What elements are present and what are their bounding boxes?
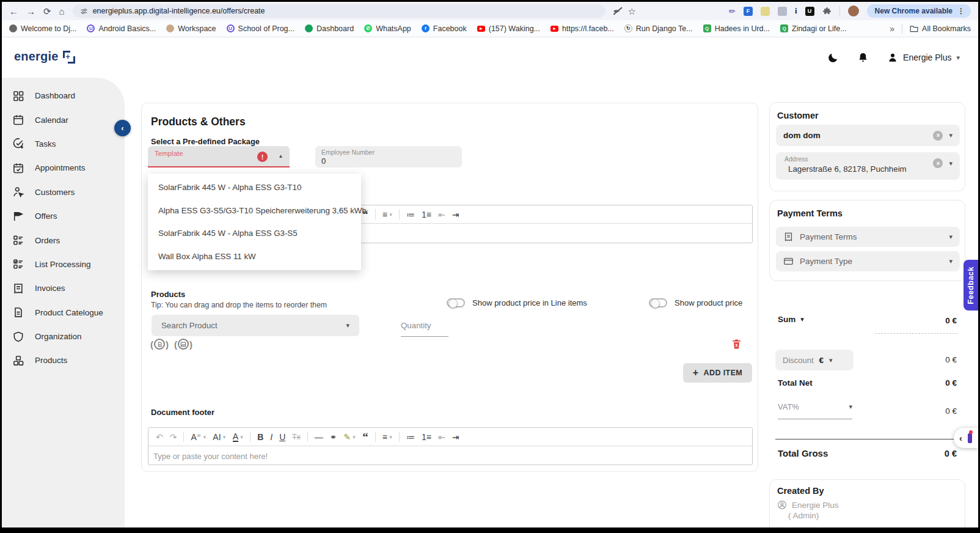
chevron-down-icon[interactable]: ▾	[949, 160, 953, 167]
chevron-down-icon[interactable]: ▾	[829, 356, 833, 364]
url-bar[interactable]: energieplus.app.digital-intelligence.eu/…	[73, 4, 605, 18]
puzzle-extensions-icon[interactable]	[822, 7, 832, 16]
clear-customer-icon[interactable]: ×	[933, 131, 943, 141]
sidebar-item-customers[interactable]: Customers	[2, 180, 125, 204]
bookmark-item[interactable]: Welcome to Dj...	[9, 24, 76, 33]
payment-type-select[interactable]: Payment Type ▾	[776, 251, 960, 271]
customer-select[interactable]: dom dom × ▾	[776, 125, 960, 146]
bookmark-star-icon[interactable]: ☆	[628, 7, 636, 16]
i-extension-icon[interactable]: i	[795, 6, 797, 16]
numbered-list-icon[interactable]: 1≡	[422, 210, 431, 219]
quantity-field[interactable]: Quantity	[401, 318, 448, 337]
redo-icon[interactable]: ↷	[170, 433, 177, 441]
notes-extension-icon[interactable]	[761, 7, 770, 16]
document-footer-editor[interactable]: ↶ ↷ A⁼∨ AI∨ A∨ B I U Tx — ⚭ ✎∨ “ ≡∨ ≔	[148, 427, 753, 465]
package-option[interactable]: SolarFabrik 445 W - Alpha ESS G3-S5	[148, 222, 361, 245]
chevron-down-icon[interactable]: ▾	[949, 131, 953, 139]
chevron-down-icon[interactable]: ▾	[949, 233, 953, 241]
sidebar-item-appointments[interactable]: Appointments	[2, 156, 125, 180]
chevron-down-icon[interactable]: ▾	[800, 315, 804, 323]
app-logo[interactable]: energie +	[14, 50, 75, 64]
search-product-select[interactable]: Search Product ▾	[152, 315, 359, 336]
bookmark-item[interactable]: QHadees in Urd...	[703, 24, 770, 33]
bookmark-item[interactable]: ▸(157) Waking...	[477, 24, 540, 33]
sidebar-item-list-processing[interactable]: List Processing	[2, 252, 125, 276]
product-price-toggle[interactable]	[649, 298, 667, 307]
notifications-bell-icon[interactable]	[857, 52, 869, 64]
image-type-button[interactable]	[178, 339, 189, 350]
font-color-icon[interactable]: A∨	[233, 432, 243, 442]
sidebar-item-orders[interactable]: Orders	[2, 228, 125, 252]
add-item-button[interactable]: + ADD ITEM	[683, 363, 752, 383]
caret-up-icon[interactable]: ▴	[279, 152, 282, 159]
bookmark-item[interactable]: ✆WhatsApp	[364, 24, 411, 33]
bold-icon[interactable]: B	[257, 433, 263, 441]
align-icon[interactable]: ≡∨	[382, 433, 392, 441]
sidebar-item-offers[interactable]: Offers	[2, 204, 125, 228]
sidebar-item-product-catalogue[interactable]: Product Catelogue	[2, 301, 125, 325]
italic-icon[interactable]: I	[270, 433, 272, 441]
indent-icon[interactable]: ⇥	[452, 210, 459, 219]
clear-address-icon[interactable]: ×	[933, 158, 943, 168]
bookmark-item[interactable]: UAndroid Basics...	[87, 24, 156, 33]
underline-icon[interactable]: U	[279, 433, 285, 441]
package-option[interactable]: Alpha ESS G3-S5/G3-T10 Speichererweiteru…	[148, 199, 361, 222]
line-items-price-toggle[interactable]	[447, 298, 465, 307]
sidebar-item-invoices[interactable]: Invoices	[2, 276, 125, 300]
reload-icon[interactable]: ⟳	[43, 7, 51, 16]
site-info-icon[interactable]	[80, 7, 88, 15]
heading-icon[interactable]: AI∨	[213, 433, 225, 441]
home-icon[interactable]: ⌂	[59, 7, 65, 16]
sidebar-item-dashboard[interactable]: Dashboard	[2, 84, 125, 108]
editor-placeholder[interactable]: Type or paste your content here!	[148, 446, 752, 466]
bookmark-item[interactable]: QZindagi or Life...	[780, 24, 847, 33]
back-icon[interactable]: ←	[9, 7, 18, 16]
sidebar-item-organization[interactable]: Organization	[2, 325, 125, 348]
all-bookmarks-button[interactable]: All Bookmarks	[910, 24, 971, 33]
floating-widget[interactable]: ‹	[954, 428, 978, 448]
photo-extension-icon[interactable]	[778, 7, 787, 16]
forward-icon[interactable]: →	[26, 7, 35, 16]
chevron-down-icon[interactable]: ▾	[949, 257, 953, 265]
feedback-tab[interactable]: Feedback	[964, 260, 978, 311]
undo-icon[interactable]: ↶	[156, 433, 163, 441]
employee-number-field[interactable]: Employee Number 0	[315, 146, 462, 167]
indent-icon[interactable]: ⇥	[452, 433, 459, 441]
payment-terms-select[interactable]: Payment Terms ▾	[776, 227, 960, 247]
new-chrome-button[interactable]: New Chrome available ⋮	[867, 4, 971, 18]
clear-format-icon[interactable]: Tx	[292, 433, 300, 441]
f-extension-icon[interactable]: F	[744, 7, 753, 16]
address-select[interactable]: Address Lagerstraße 6, 82178, Puchheim ×…	[776, 152, 960, 180]
vat-select[interactable]: VAT% ▾	[778, 402, 852, 419]
dark-mode-icon[interactable]	[827, 52, 839, 64]
blockquote-icon[interactable]: “	[362, 433, 368, 440]
bookmark-item[interactable]: Dashboard	[305, 24, 354, 33]
bullet-list-icon[interactable]: ≔	[406, 210, 415, 219]
link-icon[interactable]: ⚭	[330, 433, 337, 441]
bullet-list-icon[interactable]: ≔	[406, 433, 415, 441]
align-icon[interactable]: ≡∨	[382, 210, 392, 219]
outdent-icon[interactable]: ⇤	[438, 433, 445, 441]
chrome-menu-icon[interactable]: ⋮	[957, 7, 965, 15]
highlight-icon[interactable]: ✎∨	[343, 433, 356, 441]
user-menu[interactable]: Energie Plus ▾	[887, 52, 960, 63]
discount-select[interactable]: Discount € ▾	[775, 350, 854, 370]
pen-extension-icon[interactable]: ✏	[729, 7, 736, 16]
document-type-button[interactable]	[154, 339, 165, 350]
package-option[interactable]: Wall Box Alpha ESS 11 kW	[148, 245, 361, 268]
bookmark-item[interactable]: USchool of Prog...	[227, 24, 294, 33]
package-option[interactable]: SolarFabrik 445 W - Alpha ESS G3-T10	[148, 176, 361, 199]
sidebar-item-calendar[interactable]: Calendar	[2, 108, 125, 131]
ink-disabled-icon[interactable]: ✒	[613, 7, 620, 16]
bookmark-item[interactable]: fFacebook	[422, 24, 467, 33]
font-size-icon[interactable]: A⁼∨	[191, 433, 206, 441]
bookmark-item[interactable]: Workspace	[166, 24, 216, 33]
sidebar-collapse-button[interactable]: ‹	[114, 120, 131, 136]
bookmark-item[interactable]: ↻Run Django Te...	[624, 24, 693, 33]
sidebar-item-tasks[interactable]: Tasks	[2, 132, 125, 156]
numbered-list-icon[interactable]: 1≡	[422, 433, 431, 441]
delete-line-item-button[interactable]	[731, 339, 742, 352]
outdent-icon[interactable]: ⇤	[438, 210, 445, 219]
sidebar-item-products[interactable]: Products	[2, 348, 125, 372]
u-extension-icon[interactable]: U	[805, 7, 814, 16]
